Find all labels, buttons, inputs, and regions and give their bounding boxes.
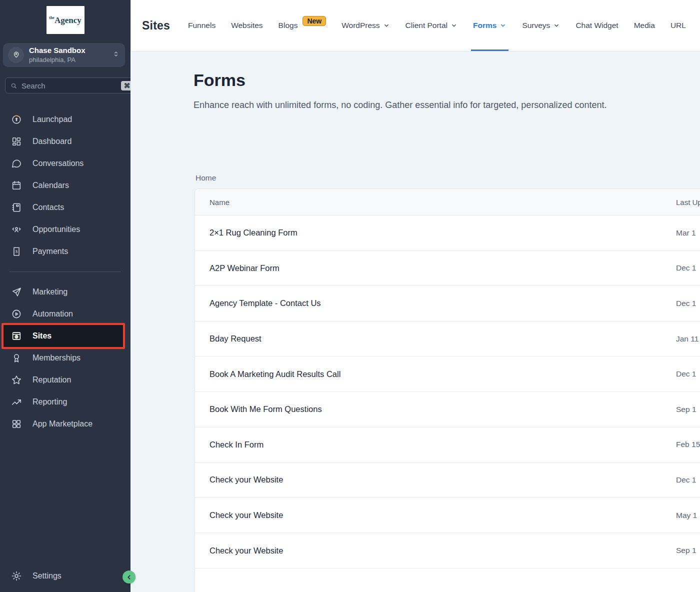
sidebar-item-marketing[interactable]: Marketing [0, 281, 130, 303]
sidebar-item-reporting[interactable]: Reporting [0, 391, 130, 413]
column-header-name: Name [195, 198, 230, 206]
form-name-cell: Book A Marketing Audit Results Call [195, 370, 340, 379]
sidebar-item-calendars[interactable]: Calendars [0, 174, 130, 196]
chevron-down-icon [500, 22, 506, 29]
automation-icon [11, 308, 22, 320]
table-row[interactable]: Book A Marketing Audit Results Call Dec … [195, 356, 700, 392]
table-row[interactable]: Check your Website May 1 [195, 498, 700, 534]
payments-icon: $ [11, 246, 22, 257]
contacts-icon [11, 202, 22, 213]
sidebar-item-payments[interactable]: $ Payments [0, 240, 130, 262]
table-body: 2×1 Rug Cleaning Form Mar 1 A2P Webinar … [195, 216, 700, 568]
form-name-cell: Check your Website [195, 546, 283, 556]
tab-media[interactable]: Media [634, 0, 655, 51]
last-updated-cell: Feb 15 [676, 440, 700, 449]
sites-icon [11, 330, 22, 342]
sidebar-item-dashboard[interactable]: Dashboard [0, 130, 130, 152]
memberships-icon [11, 352, 22, 364]
reporting-icon [11, 396, 22, 408]
account-switcher[interactable]: Chase Sandbox philadelphia, PA [3, 43, 125, 67]
form-name-cell: Check your Website [195, 510, 283, 520]
sidebar-item-app-marketplace[interactable]: App Marketplace [0, 413, 130, 435]
sidebar-item-contacts[interactable]: Contacts [0, 196, 130, 218]
sidebar-item-sites[interactable]: Sites [2, 323, 125, 349]
agency-logo: theAgency [46, 6, 84, 34]
sidebar-item-reputation[interactable]: Reputation [0, 369, 130, 391]
new-badge: New [302, 16, 326, 26]
last-updated-cell: Dec 1 [676, 264, 696, 272]
sidebar-nav-primary: Launchpad Dashboard Conversations Calend… [0, 108, 130, 262]
forms-table: Name Last Updated 2×1 Rug Cleaning Form … [194, 188, 700, 592]
column-header-last-updated: Last Updated [676, 198, 700, 206]
content-area: Forms Enhance reach with unlimited forms… [130, 52, 700, 592]
search-box[interactable]: ⌘ K [5, 78, 143, 94]
tab-client-portal[interactable]: Client Portal [406, 0, 458, 51]
last-updated-cell: Sep 1 [676, 546, 696, 555]
last-updated-cell: May 1 [676, 511, 697, 520]
dashboard-icon [11, 136, 22, 147]
table-header: Name Last Updated [195, 189, 700, 216]
sidebar-collapse-button[interactable] [122, 570, 136, 584]
chevron-down-icon [553, 22, 560, 29]
last-updated-cell: Dec 1 [676, 299, 696, 308]
launchpad-icon [11, 114, 22, 125]
tab-websites[interactable]: Websites [231, 0, 262, 51]
search-input[interactable] [22, 82, 121, 90]
sidebar-item-opportunities[interactable]: Opportunities [0, 218, 130, 240]
table-row[interactable]: Book With Me Form Questions Sep 1 [195, 392, 700, 428]
table-row[interactable]: Check In Form Feb 15 [195, 428, 700, 463]
tab-chat-widget[interactable]: Chat Widget [576, 0, 618, 51]
sidebar-item-automation[interactable]: Automation [0, 303, 130, 325]
table-row[interactable]: Check your Website Sep 1 [195, 533, 700, 568]
tab-blogs[interactable]: Blogs New [278, 0, 326, 51]
sidebar-item-conversations[interactable]: Conversations [0, 152, 130, 174]
last-updated-cell: Sep 1 [676, 405, 696, 414]
form-name-cell: 2×1 Rug Cleaning Form [195, 228, 298, 238]
table-row[interactable]: A2P Webinar Form Dec 1 [195, 251, 700, 286]
gear-icon [11, 570, 22, 582]
page-title: Forms [194, 70, 246, 90]
last-updated-cell: Dec 1 [676, 370, 696, 378]
main-area: Sites Funnels Websites Blogs New [130, 0, 700, 592]
breadcrumb-home[interactable]: Home [196, 174, 216, 182]
updown-icon [112, 50, 120, 60]
table-row[interactable]: 2×1 Rug Cleaning Form Mar 1 [195, 216, 700, 251]
form-name-cell: Book With Me Form Questions [195, 404, 322, 414]
sidebar-item-memberships[interactable]: Memberships [0, 347, 130, 369]
tab-forms[interactable]: Forms [473, 0, 506, 51]
page-subtitle: Enhance reach with unlimited forms, no c… [194, 98, 638, 112]
reputation-icon [11, 374, 22, 386]
collapse-icon [126, 574, 133, 581]
table-row[interactable]: Bday Request Jan 11 [195, 322, 700, 357]
search-icon [10, 82, 18, 90]
section-tabs: Funnels Websites Blogs New Wor [188, 0, 686, 51]
table-row[interactable]: Check your Website Dec 1 [195, 462, 700, 498]
form-name-cell: Bday Request [195, 334, 262, 344]
table-row[interactable]: Agency Template - Contact Us Dec 1 [195, 286, 700, 322]
form-name-cell: Check In Form [195, 440, 264, 450]
logo-text-main: Agency [54, 16, 82, 25]
marketing-icon [11, 286, 22, 298]
form-name-cell: A2P Webinar Form [195, 264, 280, 273]
tab-surveys[interactable]: Surveys [522, 0, 560, 51]
map-pin-icon [12, 50, 20, 60]
tab-url[interactable]: URL [670, 0, 686, 51]
form-name-cell: Agency Template - Contact Us [195, 298, 321, 308]
account-name: Chase Sandbox [29, 46, 86, 54]
tab-wordpress[interactable]: WordPress [342, 0, 390, 51]
tab-funnels[interactable]: Funnels [188, 0, 216, 51]
settings-label: Settings [32, 572, 62, 580]
sidebar: theAgency Chase Sandbox philadelphia, PA… [0, 0, 130, 592]
app-marketplace-icon [11, 418, 22, 430]
chevron-down-icon [450, 22, 458, 29]
opportunities-icon [11, 224, 22, 235]
sidebar-item-settings[interactable]: Settings [0, 565, 130, 587]
sidebar-item-launchpad[interactable]: Launchpad [0, 108, 130, 130]
last-updated-cell: Jan 11 [676, 334, 698, 344]
account-location: philadelphia, PA [29, 56, 76, 64]
last-updated-cell: Dec 1 [676, 476, 696, 484]
svg-text:$: $ [16, 249, 18, 254]
sidebar-nav-secondary: Marketing Automation Sites Memberships R… [0, 281, 130, 435]
sidebar-divider [10, 272, 121, 272]
logo-text-small: the [49, 16, 54, 20]
